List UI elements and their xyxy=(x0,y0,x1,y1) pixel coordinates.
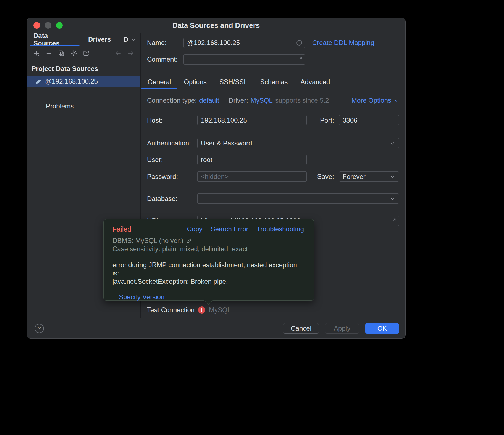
tab-ssh-ssl-label: SSH/SSL xyxy=(219,78,247,86)
save-dropdown[interactable]: Forever xyxy=(339,171,399,182)
cancel-button[interactable]: Cancel xyxy=(283,323,319,334)
comment-label: Comment: xyxy=(147,55,183,63)
forward-arrow-icon[interactable] xyxy=(127,50,134,57)
status-circle-icon xyxy=(296,39,303,46)
zoom-window-button[interactable] xyxy=(56,22,63,29)
tab-advanced-label: Advanced xyxy=(301,78,330,86)
create-ddl-mapping-link[interactable]: Create DDL Mapping xyxy=(312,39,374,47)
host-label: Host: xyxy=(147,116,197,124)
gear-icon[interactable] xyxy=(70,50,77,57)
dialog-footer: ? Cancel Apply OK xyxy=(27,318,405,339)
apply-button[interactable]: Apply xyxy=(325,323,359,334)
driver-value-link[interactable]: MySQL xyxy=(251,97,273,104)
host-input[interactable] xyxy=(197,115,307,125)
user-input[interactable] xyxy=(197,155,307,165)
add-data-source-icon[interactable] xyxy=(33,50,40,57)
mysql-dolphin-icon xyxy=(35,78,43,85)
remove-data-source-icon[interactable] xyxy=(45,50,53,57)
close-window-button[interactable] xyxy=(33,22,40,29)
open-in-new-window-icon[interactable] xyxy=(83,50,90,57)
tab-data-sources[interactable]: Data Sources xyxy=(30,33,80,46)
authentication-dropdown[interactable]: User & Password xyxy=(197,138,399,148)
chevron-down-icon xyxy=(389,174,395,180)
tab-drivers-label: Drivers xyxy=(88,36,111,43)
chevron-down-icon xyxy=(393,98,399,103)
chevron-down-icon xyxy=(389,140,395,146)
name-label: Name: xyxy=(147,39,183,47)
titlebar: Data Sources and Drivers xyxy=(27,18,405,33)
tab-advanced[interactable]: Advanced xyxy=(294,75,337,89)
more-options-label: More Options xyxy=(351,97,391,104)
help-icon[interactable]: ? xyxy=(35,324,44,333)
failed-status: Failed xyxy=(112,225,131,233)
database-label: Database: xyxy=(147,195,197,203)
sidebar-tabs: Data Sources Drivers D xyxy=(27,33,140,46)
password-label: Password: xyxy=(147,173,197,181)
tab-schemas[interactable]: Schemas xyxy=(254,75,294,89)
tab-schemas-label: Schemas xyxy=(260,78,288,86)
data-source-item-label: @192.168.100.25 xyxy=(45,78,98,85)
test-connection-link[interactable]: Test Connection xyxy=(147,306,195,314)
dbms-version-text: DBMS: MySQL (no ver.) xyxy=(112,237,183,245)
minimize-window-button[interactable] xyxy=(45,22,51,29)
authentication-value: User & Password xyxy=(201,139,252,147)
comment-input[interactable] xyxy=(183,54,305,65)
chevron-down-icon xyxy=(389,196,395,202)
duplicate-icon[interactable] xyxy=(58,50,65,57)
more-options-link[interactable]: More Options xyxy=(351,97,399,104)
tab-drivers[interactable]: Drivers xyxy=(84,33,115,46)
user-label: User: xyxy=(147,156,197,164)
copy-error-link[interactable]: Copy xyxy=(187,225,203,233)
project-data-sources-header: Project Data Sources xyxy=(27,60,140,76)
tab-general-label: General xyxy=(148,78,171,86)
settings-tabs: General Options SSH/SSL Schemas Advanced xyxy=(141,75,405,89)
window-controls xyxy=(33,22,63,29)
tab-overflow-label: D xyxy=(124,36,128,43)
connection-failed-popup: Failed Copy Search Error Troubleshooting… xyxy=(103,219,314,301)
error-message-line1: error during JRMP connection establishme… xyxy=(112,261,304,277)
ok-button[interactable]: OK xyxy=(365,323,399,334)
tab-options[interactable]: Options xyxy=(177,75,213,89)
tab-general[interactable]: General xyxy=(141,75,177,89)
save-value: Forever xyxy=(343,173,366,181)
error-message-line2: java.net.SocketException: Broken pipe. xyxy=(112,277,304,286)
back-arrow-icon[interactable] xyxy=(115,50,122,57)
driver-label: Driver: xyxy=(229,97,248,104)
sidebar-toolbar xyxy=(27,46,140,60)
problems-section[interactable]: Problems xyxy=(27,94,140,110)
case-sensitivity-text: Case sensitivity: plain=mixed, delimited… xyxy=(112,245,304,253)
chevron-down-icon xyxy=(130,36,136,43)
authentication-label: Authentication: xyxy=(147,139,197,147)
tab-ssh-ssl[interactable]: SSH/SSL xyxy=(213,75,254,89)
connection-error-icon: ! xyxy=(198,306,205,314)
connection-type-label: Connection type: xyxy=(147,97,197,104)
data-sources-dialog: Data Sources and Drivers Data Sources Dr… xyxy=(27,18,406,339)
tab-overflow[interactable]: D xyxy=(120,33,140,46)
test-connection-target: MySQL xyxy=(209,306,231,314)
expand-icon[interactable] xyxy=(296,56,303,62)
edit-pencil-icon[interactable] xyxy=(186,238,193,244)
data-source-item-selected[interactable]: @192.168.100.25 xyxy=(27,76,140,87)
password-input[interactable] xyxy=(197,171,307,182)
search-error-link[interactable]: Search Error xyxy=(211,225,248,233)
driver-note: supports since 5.2 xyxy=(275,97,329,104)
tab-options-label: Options xyxy=(184,78,207,86)
save-label: Save: xyxy=(317,173,334,181)
name-input[interactable] xyxy=(183,38,305,48)
port-label: Port: xyxy=(320,116,334,124)
database-dropdown[interactable] xyxy=(197,193,399,204)
port-input[interactable] xyxy=(339,115,399,125)
tab-data-sources-label: Data Sources xyxy=(33,32,76,47)
expand-icon[interactable] xyxy=(390,218,396,224)
window-title: Data Sources and Drivers xyxy=(172,21,260,30)
connection-type-value-link[interactable]: default xyxy=(199,97,219,104)
troubleshooting-link[interactable]: Troubleshooting xyxy=(257,225,304,233)
test-connection-row: Test Connection ! MySQL xyxy=(147,306,231,314)
specify-version-link[interactable]: Specify Version xyxy=(119,293,164,301)
